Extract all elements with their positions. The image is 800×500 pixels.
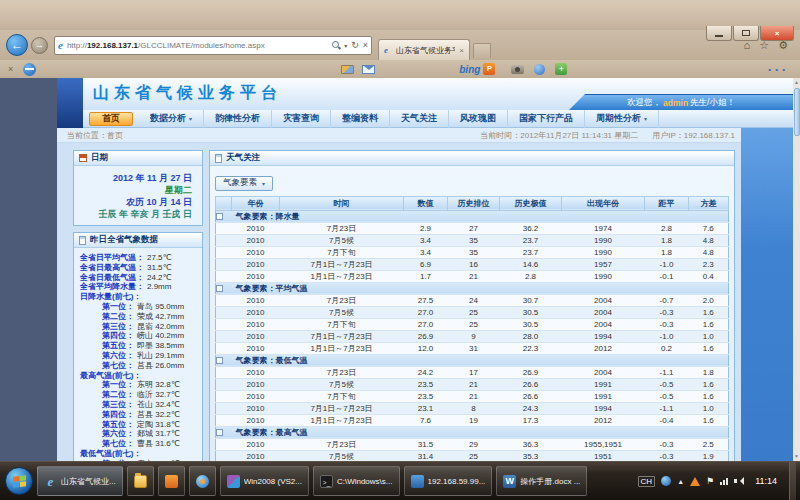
nav-item[interactable]: 整编资料: [331, 110, 390, 128]
start-button[interactable]: [5, 467, 33, 495]
nav-item[interactable]: 国家下行产品: [508, 110, 585, 128]
taskbar-clock[interactable]: 11:14: [749, 476, 783, 486]
minimize-button[interactable]: [706, 26, 732, 41]
address-bar[interactable]: e http://192.168.137.1/GLCCLIMATE/module…: [54, 36, 372, 55]
window-label: 192.168.59.99...: [428, 477, 486, 486]
stop-icon[interactable]: ×: [363, 40, 368, 50]
table-cell: 1.6: [689, 342, 729, 354]
chevron-down-icon[interactable]: ▾: [344, 42, 347, 49]
show-desktop-button[interactable]: [789, 462, 796, 500]
scroll-down-icon[interactable]: ▼: [793, 452, 800, 461]
table-cell: 1990: [562, 270, 645, 282]
bing-logo[interactable]: bing P: [459, 63, 495, 75]
taskbar-active-window[interactable]: e 山东省气候业...: [37, 466, 123, 496]
taskbar-window-button[interactable]: >_C:\Windows\s...: [313, 466, 400, 496]
taskbar-window-button[interactable]: W操作手册.docx ...: [496, 466, 587, 496]
vertical-scrollbar[interactable]: ▲ ▼: [793, 78, 800, 461]
table-cell: 2.9: [404, 222, 448, 234]
taskbar-folder-button[interactable]: [127, 466, 154, 496]
table-cell: 7月23日: [280, 438, 404, 450]
table-cell: 12.0: [404, 342, 448, 354]
nav-item-label: 灾害查询: [283, 112, 319, 125]
table-cell: 31.4: [404, 450, 448, 461]
table-cell: -0.5: [645, 390, 689, 402]
volume-icon[interactable]: [734, 477, 743, 485]
network-icon[interactable]: [720, 478, 728, 485]
nav-item[interactable]: 数据分析▾: [139, 110, 204, 128]
table-cell: 36.3: [500, 438, 562, 450]
card-icon[interactable]: [341, 65, 354, 74]
action-center-flag-icon[interactable]: ⚑: [706, 476, 714, 486]
table-row[interactable]: 20107月23日31.52936.31955,1951-0.32.5: [216, 438, 729, 450]
table-row[interactable]: 20107月1日～7月23日26.9928.01994-1.01.0: [216, 330, 729, 342]
nav-item[interactable]: 天气关注: [390, 110, 449, 128]
table-cell: 8: [448, 402, 500, 414]
table-row[interactable]: 20101月1日～7月23日7.61917.32012-0.41.6: [216, 414, 729, 426]
refresh-icon[interactable]: ↻: [351, 40, 359, 50]
mail-icon[interactable]: [362, 65, 375, 74]
table-row[interactable]: 20101月1日～7月23日12.03122.320120.21.6: [216, 342, 729, 354]
group-checkbox[interactable]: [216, 429, 223, 436]
nav-item[interactable]: 风玫瑰图: [449, 110, 508, 128]
tray-up-arrow-icon[interactable]: ▲: [677, 478, 684, 485]
browser-tab[interactable]: e 山东省气候业务平... ×: [378, 39, 470, 60]
stat-label: 全省日最低气温：: [80, 273, 144, 283]
maximize-button[interactable]: [733, 26, 759, 41]
taskbar-window-button[interactable]: Win2008 (VS2...: [220, 466, 309, 496]
weather-data-panel: 昨日全省气象数据 全省日平均气温：27.5℃全省日最高气温：31.5℃全省日最低…: [73, 232, 203, 461]
table-cell: 1月1日～7月23日: [280, 270, 404, 282]
more-options-icon[interactable]: • • •: [768, 65, 786, 74]
table-cell: 0.2: [645, 342, 689, 354]
active-window-label: 山东省气候业...: [61, 476, 116, 487]
new-tab-button[interactable]: [473, 43, 491, 58]
share-icon[interactable]: +: [555, 63, 567, 75]
table-row[interactable]: 20107月下旬27.02530.52004-0.31.6: [216, 318, 729, 330]
table-row[interactable]: 20107月下旬3.43523.719901.84.8: [216, 246, 729, 258]
nav-item[interactable]: 灾害查询: [272, 110, 331, 128]
tray-flame-icon[interactable]: [690, 477, 700, 486]
tab-close-icon[interactable]: ×: [459, 46, 464, 55]
group-checkbox[interactable]: [216, 213, 223, 220]
table-row[interactable]: 20107月1日～7月23日23.1824.31994-1.11.0: [216, 402, 729, 414]
tray-app-icon[interactable]: [661, 476, 671, 486]
camera-icon[interactable]: [511, 65, 524, 74]
banner-corner-block: [57, 78, 83, 128]
scroll-up-icon[interactable]: ▲: [793, 78, 800, 87]
messenger-icon[interactable]: [534, 64, 545, 75]
back-button[interactable]: ←: [6, 34, 28, 56]
taskbar-app-button[interactable]: [158, 466, 185, 496]
group-checkbox[interactable]: [216, 357, 223, 364]
close-button[interactable]: ×: [760, 26, 794, 41]
toolbar-close-icon[interactable]: ×: [8, 64, 13, 74]
blocked-popup-icon[interactable]: [23, 63, 36, 76]
taskbar-window-button[interactable]: 192.168.59.99...: [404, 466, 493, 496]
table-cell: 2.0: [689, 294, 729, 306]
table-row[interactable]: 20107月5候3.43523.719901.84.8: [216, 234, 729, 246]
table-row[interactable]: 20107月5候31.42535.31951-0.31.9: [216, 450, 729, 461]
rank-value: 苍山 32.4℃: [137, 400, 180, 410]
search-icon[interactable]: [332, 41, 340, 49]
table-cell: 1994: [562, 330, 645, 342]
element-filter-button[interactable]: 气象要素 ▾: [215, 176, 273, 191]
table-row[interactable]: 20107月23日2.92736.219742.87.6: [216, 222, 729, 234]
group-checkbox[interactable]: [216, 285, 223, 292]
table-row[interactable]: 20101月1日～7月23日1.7212.81990-0.10.4: [216, 270, 729, 282]
nav-item[interactable]: 韵律性分析: [204, 110, 272, 128]
group-name: 气象要素：最低气温: [232, 354, 729, 366]
table-cell: 2.3: [689, 258, 729, 270]
table-row[interactable]: 20107月5候27.02530.52004-0.31.6: [216, 306, 729, 318]
nav-item[interactable]: 周期性分析▾: [585, 110, 659, 128]
scrollbar-thumb[interactable]: [794, 88, 800, 136]
forward-button[interactable]: →: [31, 37, 48, 54]
table-row[interactable]: 20107月5候23.52126.61991-0.51.6: [216, 378, 729, 390]
taskbar-media-button[interactable]: [189, 466, 216, 496]
table-row[interactable]: 20107月23日27.52430.72004-0.72.0: [216, 294, 729, 306]
table-row[interactable]: 20107月23日24.21726.92004-1.11.8: [216, 366, 729, 378]
select-column-header: [216, 196, 232, 210]
table-cell: 2010: [232, 330, 280, 342]
nav-item-label: 整编资料: [342, 112, 378, 125]
nav-item[interactable]: 首页: [89, 112, 133, 126]
ime-indicator[interactable]: CH: [638, 476, 656, 487]
table-row[interactable]: 20107月下旬23.52126.61991-0.51.6: [216, 390, 729, 402]
table-row[interactable]: 20107月1日～7月23日6.91614.61957-1.02.3: [216, 258, 729, 270]
